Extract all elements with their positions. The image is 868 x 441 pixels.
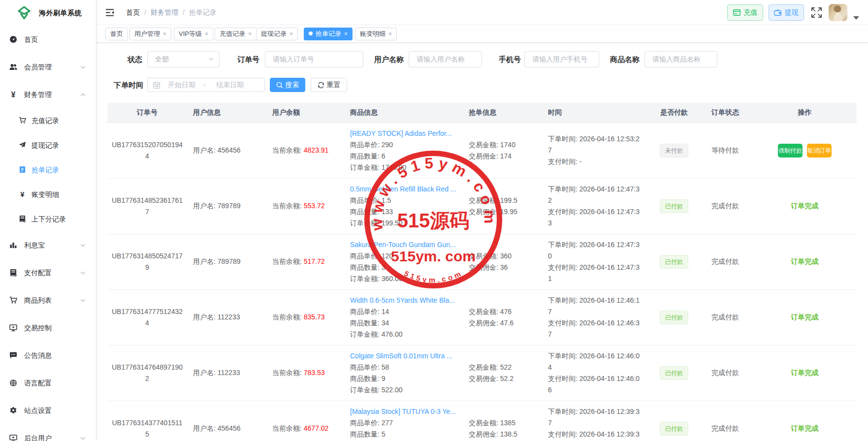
svg-text:¥: ¥ bbox=[11, 91, 16, 98]
svg-text:¥: ¥ bbox=[20, 190, 25, 198]
